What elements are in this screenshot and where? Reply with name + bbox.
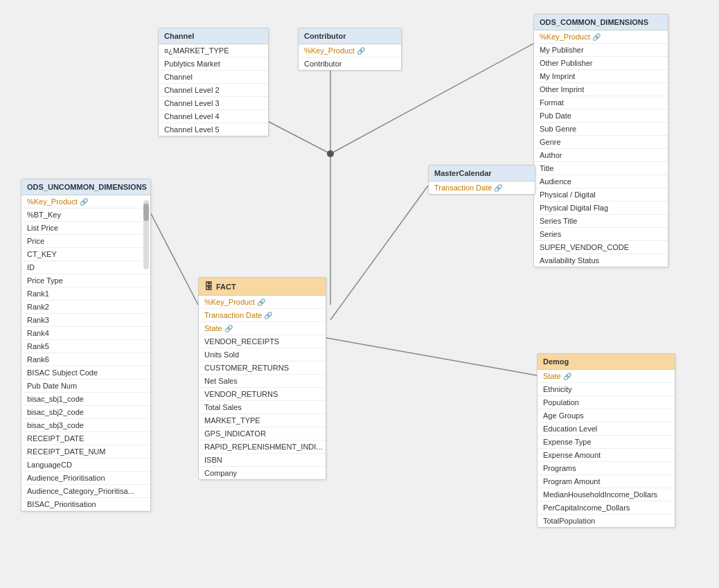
scroll-thumb[interactable] — [143, 204, 149, 221]
table-row: ¤¿MARKET_TYPE — [159, 44, 268, 57]
table-row: Net Sales — [199, 375, 326, 388]
key-icon: 🔗 — [357, 47, 365, 55]
key-icon: 🔗 — [592, 33, 601, 41]
table-row: Units Sold — [199, 348, 326, 362]
table-row: Transaction Date 🔗 — [199, 309, 326, 322]
table-row: PerCapitaIncome_Dollars — [538, 501, 675, 515]
diagram-canvas: Channel ¤¿MARKET_TYPE Publytics Market C… — [0, 0, 719, 588]
table-row: Format — [534, 96, 668, 109]
fact-table-header: 🗄 FACT — [199, 278, 326, 296]
svg-line-6 — [323, 337, 537, 375]
table-row: Program Amount — [538, 475, 675, 488]
ods-common-header: ODS_COMMON_DIMENSIONS — [534, 15, 668, 30]
fact-table: 🗄 FACT %Key_Product 🔗 Transaction Date 🔗… — [198, 277, 326, 480]
channel-table-header: Channel — [159, 28, 268, 44]
table-row: Total Sales — [199, 401, 326, 414]
demog-title: Demog — [543, 357, 569, 366]
table-row: Rank6 — [21, 353, 150, 366]
table-row: VENDOR_RETURNS — [199, 388, 326, 401]
key-icon: 🔗 — [563, 373, 571, 380]
fact-title: FACT — [216, 283, 236, 291]
key-icon: 🔗 — [224, 325, 233, 332]
table-row: %Key_Product 🔗 — [534, 30, 668, 44]
demog-table-header: Demog — [538, 354, 675, 370]
table-row: MARKET_TYPE — [199, 414, 326, 427]
table-row: BISAC Subject Code — [21, 366, 150, 380]
table-row: Audience_Category_Prioritisa... — [21, 485, 150, 498]
table-row: TotalPopulation — [538, 515, 675, 527]
table-row: Rank1 — [21, 287, 150, 301]
table-row: Contributor — [299, 57, 401, 70]
table-row: Transaction Date 🔗 — [429, 181, 535, 194]
table-row: Channel Level 3 — [159, 97, 268, 110]
table-row: Other Publisher — [534, 57, 668, 70]
contributor-title: Contributor — [304, 32, 346, 40]
key-icon: 🔗 — [264, 312, 272, 319]
table-row: bisac_sbj3_code — [21, 419, 150, 432]
table-row: Series Title — [534, 215, 668, 228]
table-row: %Key_Product 🔗 — [199, 296, 326, 309]
table-row: Ethnicity — [538, 383, 675, 396]
table-row: RECEIPT_DATE — [21, 432, 150, 445]
table-row: VENDOR_RECEIPTS — [199, 335, 326, 348]
table-row: GPS_INDICATOR — [199, 427, 326, 440]
key-icon: 🔗 — [80, 198, 88, 206]
table-row: SUPER_VENDOR_CODE — [534, 241, 668, 254]
table-row: Availability Status — [534, 254, 668, 267]
table-row: List Price — [21, 222, 150, 235]
contributor-table: Contributor %Key_Product 🔗 Contributor — [298, 28, 402, 71]
scrollbar[interactable] — [143, 200, 149, 269]
key-icon: 🔗 — [257, 299, 265, 306]
table-row: Genre — [534, 136, 668, 149]
ods-uncommon-table: ODS_UNCOMMON_DIMENSIONS %Key_Product 🔗 %… — [21, 179, 151, 512]
table-row: State 🔗 — [538, 370, 675, 383]
table-row: Age Groups — [538, 409, 675, 422]
table-row: Rank4 — [21, 327, 150, 340]
table-row: Audience_Prioritisation — [21, 472, 150, 485]
table-row: Rank2 — [21, 301, 150, 314]
svg-point-7 — [327, 150, 334, 157]
table-row: BISAC_Prioritisation — [21, 498, 150, 511]
table-row: Pub Date — [534, 109, 668, 123]
table-row: Pub Date Num — [21, 380, 150, 393]
table-row: Sub Genre — [534, 123, 668, 136]
contributor-table-header: Contributor — [299, 28, 401, 44]
table-row: Rank5 — [21, 340, 150, 353]
key-icon: 🔗 — [494, 184, 502, 192]
ods-common-title: ODS_COMMON_DIMENSIONS — [540, 18, 648, 26]
table-row: bisac_sbj1_code — [21, 393, 150, 406]
ods-uncommon-title: ODS_UNCOMMON_DIMENSIONS — [27, 183, 147, 191]
channel-table: Channel ¤¿MARKET_TYPE Publytics Market C… — [158, 28, 269, 136]
master-calendar-title: MasterCalendar — [434, 169, 492, 177]
table-row: CUSTOMER_RETURNS — [199, 362, 326, 375]
table-row: Series — [534, 228, 668, 241]
table-row: Publytics Market — [159, 57, 268, 71]
table-row: Title — [534, 162, 668, 175]
table-row: Rank3 — [21, 314, 150, 327]
demog-table: Demog State 🔗 Ethnicity Population Age G… — [537, 353, 675, 528]
ods-common-table: ODS_COMMON_DIMENSIONS %Key_Product 🔗 My … — [533, 14, 668, 267]
table-row: State 🔗 — [199, 322, 326, 335]
table-row: Population — [538, 396, 675, 409]
table-row: Channel Level 2 — [159, 84, 268, 97]
database-icon: 🗄 — [204, 281, 213, 292]
table-row: Other Imprint — [534, 83, 668, 96]
table-row: Physical Digital Flag — [534, 202, 668, 215]
table-row: Author — [534, 149, 668, 162]
table-row: ID — [21, 261, 150, 274]
table-row: Channel Level 4 — [159, 110, 268, 123]
ods-uncommon-header: ODS_UNCOMMON_DIMENSIONS — [21, 179, 150, 195]
table-row: RECEIPT_DATE_NUM — [21, 445, 150, 458]
svg-line-5 — [146, 204, 198, 305]
table-row: %Key_Product 🔗 — [21, 195, 150, 208]
svg-line-3 — [330, 186, 428, 320]
table-row: Physical / Digital — [534, 188, 668, 202]
table-row: Price — [21, 235, 150, 248]
table-row: Channel — [159, 71, 268, 84]
table-row: Education Level — [538, 422, 675, 436]
table-row: Expense Type — [538, 436, 675, 449]
table-row: ISBN — [199, 454, 326, 467]
table-row: MedianHouseholdIncome_Dollars — [538, 488, 675, 501]
table-row: %Key_Product 🔗 — [299, 44, 401, 57]
table-row: My Publisher — [534, 44, 668, 57]
